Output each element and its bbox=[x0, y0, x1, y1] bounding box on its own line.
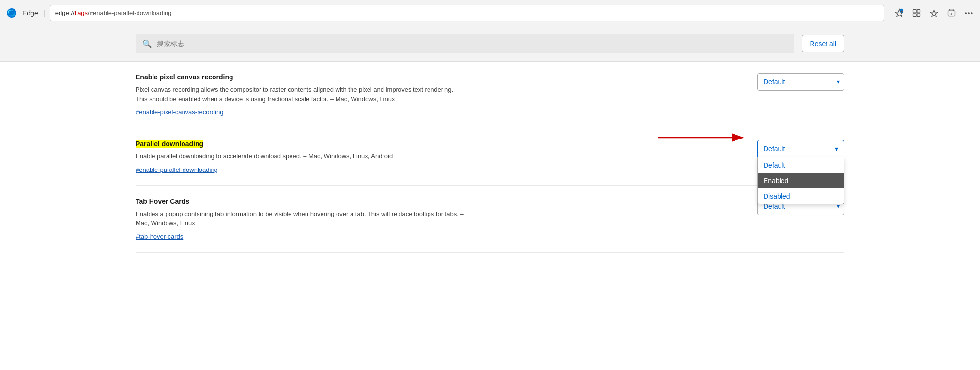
separator: | bbox=[43, 9, 45, 17]
dropdown-option-enabled[interactable]: Enabled bbox=[758, 173, 844, 188]
flag-control-pixel-canvas: Default Enabled Disabled ▾ bbox=[757, 73, 844, 91]
flag-link-tab-hover[interactable]: #tab-hover-cards bbox=[136, 233, 183, 240]
browser-toolbar-icons: + bbox=[894, 8, 974, 18]
address-hash: #enable-parallel-downloading bbox=[90, 9, 172, 16]
favorites-icon[interactable] bbox=[929, 8, 939, 18]
dropdown-menu-parallel: Default Enabled Disabled bbox=[757, 157, 844, 204]
svg-text:+: + bbox=[901, 9, 903, 12]
collections-icon[interactable] bbox=[946, 8, 957, 18]
select-wrapper-pixel-canvas[interactable]: Default Enabled Disabled ▾ bbox=[757, 73, 844, 91]
flag-info-pixel-canvas: Enable pixel canvas recording Pixel canv… bbox=[136, 73, 738, 116]
dropdown-option-default[interactable]: Default bbox=[758, 157, 844, 173]
add-to-favorites-icon[interactable]: + bbox=[894, 8, 904, 18]
address-bar[interactable]: edge://flags/#enable-parallel-downloadin… bbox=[50, 5, 884, 21]
search-area: 🔍 Reset all bbox=[0, 26, 980, 62]
search-input[interactable] bbox=[157, 40, 787, 47]
svg-rect-5 bbox=[917, 13, 920, 16]
flag-item-pixel-canvas: Enable pixel canvas recording Pixel canv… bbox=[136, 62, 844, 128]
flag-link-parallel[interactable]: #enable-parallel-downloading bbox=[136, 166, 218, 173]
flag-link-pixel-canvas[interactable]: #enable-pixel-canvas-recording bbox=[136, 108, 223, 116]
flag-title-tab-hover: Tab Hover Cards bbox=[136, 198, 738, 205]
dropdown-trigger-parallel[interactable]: Default ▾ bbox=[757, 140, 844, 157]
flag-description-pixel-canvas: Pixel canvas recording allows the compos… bbox=[136, 85, 465, 104]
browser-chrome: Edge | edge://flags/#enable-parallel-dow… bbox=[0, 0, 980, 26]
svg-point-7 bbox=[965, 12, 967, 14]
dropdown-arrow: ▾ bbox=[835, 145, 838, 153]
flag-title-highlighted: Parallel downloading bbox=[136, 140, 203, 148]
svg-point-9 bbox=[971, 12, 973, 14]
search-box[interactable]: 🔍 bbox=[136, 34, 794, 53]
select-pixel-canvas[interactable]: Default Enabled Disabled bbox=[757, 73, 844, 91]
search-icon: 🔍 bbox=[142, 39, 152, 48]
flag-item-tab-hover-cards: Tab Hover Cards Enables a popup containi… bbox=[136, 186, 844, 253]
page-content: 🔍 Reset all Enable pixel canvas recordin… bbox=[0, 26, 980, 370]
more-options-icon[interactable] bbox=[964, 8, 974, 18]
svg-point-8 bbox=[968, 12, 970, 14]
flag-description-parallel: Enable parallel downloading to accelerat… bbox=[136, 152, 465, 161]
flag-info-tab-hover: Tab Hover Cards Enables a popup containi… bbox=[136, 198, 738, 241]
flag-item-parallel-downloading: Parallel downloading Enable parallel dow… bbox=[136, 128, 844, 186]
svg-rect-4 bbox=[913, 13, 917, 16]
extensions-icon[interactable] bbox=[911, 8, 922, 18]
flags-list: Enable pixel canvas recording Pixel canv… bbox=[0, 62, 980, 253]
flag-title-parallel: Parallel downloading bbox=[136, 140, 738, 148]
dropdown-option-disabled[interactable]: Disabled bbox=[758, 188, 844, 204]
flag-control-parallel: Default ▾ Default Enabled Disabled bbox=[757, 140, 844, 157]
svg-rect-2 bbox=[913, 9, 917, 13]
address-flags: flags bbox=[75, 9, 88, 16]
address-prefix: edge:// bbox=[55, 9, 75, 16]
dropdown-parallel[interactable]: Default ▾ Default Enabled Disabled bbox=[757, 140, 844, 157]
dropdown-current-value: Default bbox=[764, 145, 785, 153]
flag-description-tab-hover: Enables a popup containing tab informati… bbox=[136, 209, 465, 228]
browser-title: Edge bbox=[22, 9, 38, 17]
edge-logo bbox=[6, 7, 17, 19]
svg-rect-3 bbox=[917, 9, 920, 13]
flag-info-parallel: Parallel downloading Enable parallel dow… bbox=[136, 140, 738, 174]
flag-title-pixel-canvas: Enable pixel canvas recording bbox=[136, 73, 738, 81]
reset-all-button[interactable]: Reset all bbox=[802, 35, 844, 52]
